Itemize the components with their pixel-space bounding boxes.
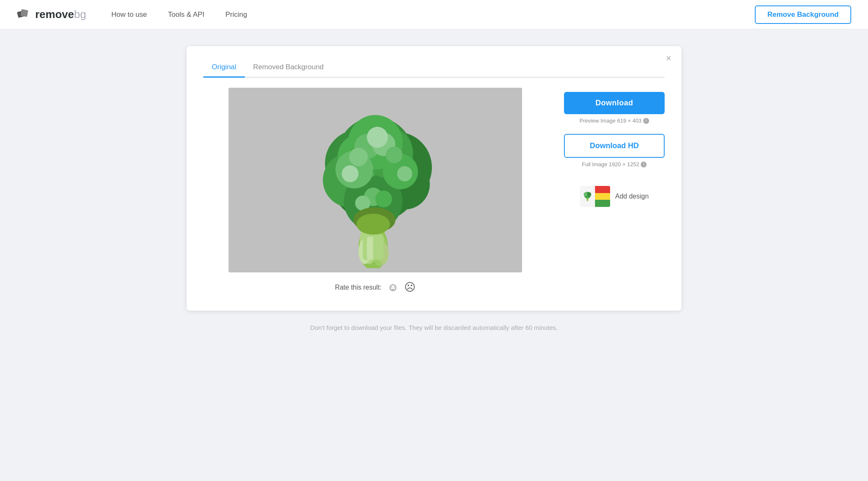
svg-point-25 bbox=[397, 166, 412, 181]
add-design-section[interactable]: Add design bbox=[580, 186, 649, 207]
full-info: Full Image 1920 × 1252 i bbox=[582, 161, 647, 167]
thumbs-down-icon[interactable]: ☹ bbox=[404, 281, 416, 294]
bar-green bbox=[595, 200, 610, 207]
design-thumb-right bbox=[595, 186, 610, 207]
content-area: Rate this result: ☺ ☹ Download Preview I… bbox=[203, 88, 665, 294]
remove-background-button[interactable]: Remove Background bbox=[755, 5, 851, 24]
svg-rect-36 bbox=[587, 198, 588, 201]
full-info-icon[interactable]: i bbox=[641, 162, 647, 167]
svg-rect-32 bbox=[367, 237, 373, 260]
nav-item-tools-api[interactable]: Tools & API bbox=[159, 7, 213, 22]
image-container: Rate this result: ☺ ☹ bbox=[203, 88, 547, 294]
logo[interactable]: removebg bbox=[17, 7, 86, 22]
nav-item-how-to-use[interactable]: How to use bbox=[103, 7, 155, 22]
footer-note: Don't forget to download your files. The… bbox=[310, 324, 558, 331]
tab-removed-background[interactable]: Removed Background bbox=[245, 59, 332, 78]
add-design-label: Add design bbox=[615, 193, 649, 200]
download-hd-button[interactable]: Download HD bbox=[564, 134, 665, 158]
svg-point-35 bbox=[587, 192, 591, 196]
preview-info: Preview Image 619 × 403 i bbox=[580, 118, 649, 124]
logo-icon bbox=[17, 7, 32, 22]
nav-item-pricing[interactable]: Pricing bbox=[217, 7, 255, 22]
sidebar: Download Preview Image 619 × 403 i Downl… bbox=[564, 88, 665, 207]
svg-point-24 bbox=[342, 165, 359, 182]
preview-info-icon[interactable]: i bbox=[643, 118, 649, 124]
tab-original[interactable]: Original bbox=[203, 59, 245, 78]
svg-point-28 bbox=[375, 191, 392, 207]
svg-point-30 bbox=[356, 214, 390, 235]
svg-rect-1 bbox=[21, 9, 29, 17]
broccoli-svg bbox=[296, 92, 455, 268]
bar-yellow bbox=[595, 193, 610, 200]
svg-point-23 bbox=[386, 146, 403, 163]
close-button[interactable]: × bbox=[666, 54, 671, 63]
logo-text: removebg bbox=[35, 8, 86, 21]
bar-red bbox=[595, 186, 610, 193]
image-wrapper bbox=[229, 88, 522, 272]
rate-section: Rate this result: ☺ ☹ bbox=[335, 281, 416, 294]
rate-label: Rate this result: bbox=[335, 284, 382, 291]
design-thumbnail bbox=[580, 186, 610, 207]
svg-point-22 bbox=[349, 148, 368, 166]
tabs-bar: Original Removed Background bbox=[203, 59, 665, 78]
header: removebg How to use Tools & API Pricing … bbox=[0, 0, 868, 29]
broccoli-image bbox=[229, 88, 522, 272]
design-broccoli-icon bbox=[582, 191, 593, 202]
result-card: × Original Removed Background bbox=[187, 46, 681, 311]
main-content: × Original Removed Background bbox=[0, 29, 868, 481]
header-nav: How to use Tools & API Pricing bbox=[103, 7, 755, 22]
download-button[interactable]: Download bbox=[564, 92, 665, 114]
svg-point-21 bbox=[367, 127, 388, 148]
thumbs-up-icon[interactable]: ☺ bbox=[387, 281, 399, 294]
design-thumb-left bbox=[580, 186, 595, 207]
